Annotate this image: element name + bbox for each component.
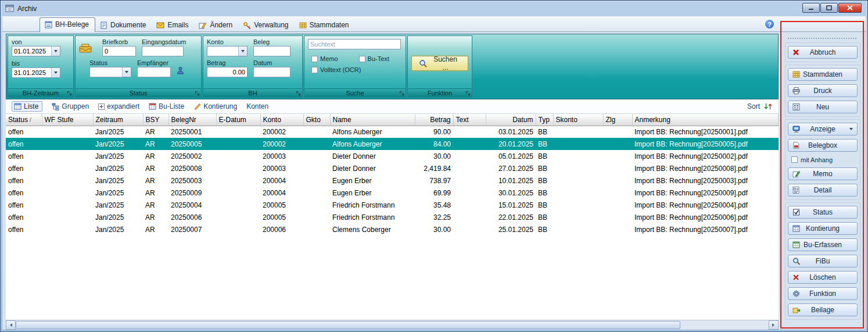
table-row[interactable]: offenJan/2025AR20250005200002Alfons Aube… bbox=[6, 138, 779, 150]
column-header-status[interactable]: Status/ bbox=[6, 114, 42, 126]
table-cell bbox=[553, 211, 603, 223]
column-header-betrag[interactable]: Betrag bbox=[415, 114, 453, 126]
belegbox-label: Belegbox bbox=[808, 141, 837, 149]
anzeige-dropdown-icon[interactable] bbox=[849, 128, 853, 130]
dialog-launcher-icon[interactable] bbox=[399, 91, 404, 96]
betrag-input[interactable] bbox=[207, 67, 248, 77]
scrollbar-thumb[interactable] bbox=[16, 321, 680, 329]
table-row[interactable]: offenJan/2025AR20250002200003Dieter Donn… bbox=[6, 150, 779, 162]
sidebar-grip[interactable] bbox=[788, 38, 856, 39]
detail-button[interactable]: Detail bbox=[788, 184, 858, 197]
table-row[interactable]: offenJan/2025AR20250003200004Eugen Erber… bbox=[6, 174, 779, 187]
dialog-launcher-icon[interactable] bbox=[195, 91, 200, 96]
table-row[interactable]: offenJan/2025AR20250008200003Dieter Donn… bbox=[6, 162, 779, 174]
table-row[interactable]: offenJan/2025AR20250009200004Eugen Erber… bbox=[6, 187, 779, 199]
memo-checkbox[interactable] bbox=[311, 56, 318, 62]
abbruch-button[interactable]: Abbruch bbox=[788, 46, 858, 59]
column-header-text[interactable]: Text bbox=[453, 114, 486, 126]
empfaenger-input[interactable] bbox=[137, 67, 171, 77]
tab-stammdaten[interactable]: Stammdaten bbox=[295, 19, 355, 31]
belegbox-button[interactable]: Belegbox bbox=[788, 139, 858, 152]
scroll-right-icon[interactable] bbox=[769, 320, 779, 330]
view-expandiert[interactable]: expandiert bbox=[98, 102, 139, 110]
status-input[interactable] bbox=[90, 67, 122, 77]
bis-date-input[interactable] bbox=[12, 68, 51, 77]
memo-button[interactable]: Memo bbox=[788, 167, 858, 180]
kontierung-button[interactable]: Kontierung bbox=[788, 222, 858, 235]
konto-dropdown-icon[interactable] bbox=[238, 47, 247, 56]
datum-input[interactable] bbox=[253, 67, 290, 77]
column-header-wf-stufe[interactable]: WF Stufe bbox=[42, 114, 93, 126]
von-date-input[interactable] bbox=[12, 47, 51, 56]
help-icon[interactable]: ? bbox=[765, 20, 774, 28]
column-header-konto[interactable]: Konto bbox=[260, 114, 303, 126]
table-cell: 20250002 bbox=[168, 150, 216, 162]
column-header-skonto[interactable]: Skonto bbox=[553, 114, 603, 126]
fibu-button[interactable]: FiBu bbox=[788, 255, 858, 267]
status-dropdown-icon[interactable] bbox=[122, 67, 131, 77]
titlebar[interactable]: Archiv bbox=[1, 1, 867, 15]
scrollbar-track[interactable] bbox=[680, 320, 769, 330]
tab-verwaltung[interactable]: Verwaltung bbox=[238, 19, 294, 31]
table-row[interactable]: offenJan/2025AR20250004200005Friedrich F… bbox=[6, 199, 779, 211]
document-icon bbox=[100, 22, 107, 29]
table-row[interactable]: offenJan/2025AR20250006200005Friedrich F… bbox=[6, 211, 779, 223]
maximize-button[interactable] bbox=[820, 3, 838, 13]
suchen-button[interactable]: Suchen ... bbox=[411, 56, 468, 71]
table-cell bbox=[553, 150, 603, 162]
view-konten[interactable]: Konten bbox=[246, 102, 268, 110]
column-header-bsy[interactable]: BSY bbox=[143, 114, 168, 126]
table-cell: Dieter Donner bbox=[330, 150, 415, 162]
bu-erfassen-button[interactable]: Bu-Erfassen bbox=[788, 238, 858, 251]
column-header-zlg[interactable]: Zlg bbox=[603, 114, 632, 126]
von-date-dropdown-icon[interactable] bbox=[51, 47, 60, 56]
briefkorb-input[interactable] bbox=[102, 46, 136, 56]
view-gruppen[interactable]: Gruppen bbox=[52, 102, 89, 110]
status-button[interactable]: Status bbox=[788, 206, 858, 219]
column-header-typ[interactable]: Typ bbox=[536, 114, 553, 126]
beilage-button[interactable]: Beilage bbox=[788, 304, 858, 316]
scroll-left-icon[interactable] bbox=[6, 320, 16, 330]
bis-date-dropdown-icon[interactable] bbox=[51, 68, 60, 77]
horizontal-scrollbar[interactable] bbox=[6, 320, 779, 330]
column-header-gkto[interactable]: Gkto bbox=[303, 114, 330, 126]
group-funktion: Suchen ... Funktion bbox=[407, 35, 472, 98]
close-button[interactable] bbox=[838, 3, 862, 13]
suchtext-input[interactable] bbox=[308, 39, 401, 49]
empfaenger-picker-icon[interactable] bbox=[177, 66, 184, 77]
dialog-launcher-icon[interactable] bbox=[465, 91, 471, 96]
table-row[interactable]: offenJan/2025AR20250001200002Alfons Aube… bbox=[6, 126, 779, 138]
konto-input[interactable] bbox=[207, 47, 238, 56]
column-header-name[interactable]: Name bbox=[330, 114, 415, 126]
volltext-checkbox[interactable] bbox=[311, 67, 318, 73]
view-kontierung[interactable]: Kontierung bbox=[193, 102, 237, 110]
table-cell: 20250008 bbox=[168, 162, 216, 174]
tab-aendern[interactable]: Ändern bbox=[194, 19, 238, 31]
column-header-e-datum[interactable]: E-Datum bbox=[216, 114, 260, 126]
column-header-datum[interactable]: Datum bbox=[486, 114, 536, 126]
anzeige-button[interactable]: Anzeige bbox=[788, 123, 858, 135]
bu-text-checkbox[interactable] bbox=[359, 56, 365, 62]
dialog-launcher-icon[interactable] bbox=[67, 91, 72, 96]
eingangsdatum-input[interactable] bbox=[142, 46, 184, 56]
sort-control[interactable]: Sort bbox=[747, 102, 773, 110]
stammdaten-button[interactable]: Stammdaten bbox=[788, 68, 858, 81]
column-header-anmerkung[interactable]: Anmerkung bbox=[632, 114, 779, 126]
table-blue-icon bbox=[792, 225, 800, 232]
view-bu-liste[interactable]: Bu-Liste bbox=[149, 102, 184, 110]
table-row[interactable]: offenJan/2025AR20250007200006Clemens Cob… bbox=[6, 223, 779, 235]
tab-dokumente[interactable]: Dokumente bbox=[95, 19, 152, 31]
funktion-button[interactable]: Funktion bbox=[788, 287, 858, 300]
tab-bh-belege[interactable]: BH-Belege bbox=[40, 17, 95, 32]
column-header-belegnr[interactable]: BelegNr bbox=[168, 114, 216, 126]
loeschen-button[interactable]: Löschen bbox=[788, 271, 858, 284]
tab-emails[interactable]: Emails bbox=[152, 19, 194, 31]
mit-anhang-checkbox[interactable] bbox=[791, 156, 798, 163]
view-liste[interactable]: Liste bbox=[12, 101, 42, 112]
column-header-zeitraum[interactable]: Zeitraum bbox=[93, 114, 143, 126]
minimize-button[interactable] bbox=[802, 3, 820, 13]
druck-button[interactable]: Druck bbox=[788, 84, 858, 97]
dialog-launcher-icon[interactable] bbox=[296, 91, 301, 96]
neu-button[interactable]: Neu bbox=[788, 101, 858, 113]
beleg-input[interactable] bbox=[253, 46, 290, 56]
